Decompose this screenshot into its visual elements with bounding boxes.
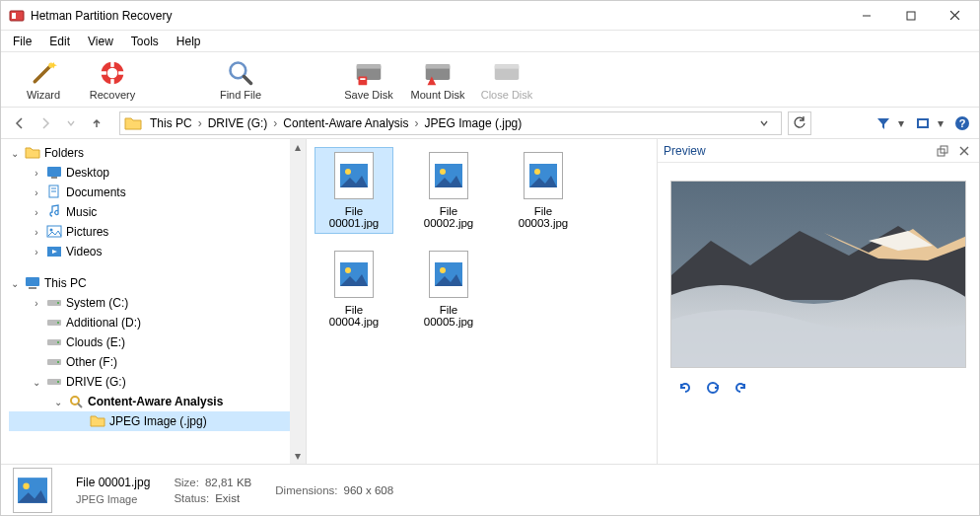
menu-tools[interactable]: Tools	[123, 33, 167, 50]
file-item[interactable]: File 00003.jpg	[504, 147, 583, 234]
expand-icon[interactable]: ›	[31, 207, 42, 218]
recovery-button[interactable]: Recovery	[78, 53, 147, 107]
svg-rect-17	[357, 64, 382, 68]
rotate-right-button[interactable]	[733, 380, 748, 396]
tree-jpeg[interactable]: JPEG Image (.jpg)	[9, 411, 306, 431]
music-icon	[46, 204, 62, 220]
status-bar: File 00001.jpg JPEG Image Size:82,81 KB …	[1, 464, 979, 515]
wizard-button[interactable]: Wizard	[9, 53, 78, 107]
nav-history-button[interactable]	[60, 112, 82, 134]
svg-point-59	[440, 267, 446, 273]
menu-edit[interactable]: Edit	[41, 33, 78, 50]
wand-icon	[30, 59, 57, 87]
menu-view[interactable]: View	[80, 33, 121, 50]
tree-music[interactable]: ›Music	[9, 202, 306, 222]
nav-forward-button	[35, 112, 56, 134]
scroll-down-icon[interactable]: ▾	[290, 448, 306, 464]
find-file-button[interactable]: Find File	[206, 53, 275, 107]
svg-line-49	[78, 404, 82, 407]
tree-drive-e[interactable]: Clouds (E:)	[9, 332, 306, 352]
maximize-button[interactable]	[888, 1, 933, 30]
svg-point-57	[345, 267, 351, 273]
status-dim-label: Dimensions:	[275, 484, 337, 496]
svg-point-45	[57, 361, 59, 363]
status-filename: File 00001.jpg	[76, 476, 150, 489]
chevron-right-icon: ›	[413, 116, 421, 130]
collapse-icon[interactable]: ⌄	[9, 148, 21, 159]
tree-desktop[interactable]: ›Desktop	[9, 163, 306, 183]
folder-icon	[90, 413, 105, 429]
preview-image	[670, 181, 966, 368]
save-disk-button[interactable]: Save Disk	[334, 53, 403, 107]
file-item[interactable]: File 00005.jpg	[409, 246, 488, 332]
address-dropdown[interactable]	[759, 118, 777, 128]
svg-rect-28	[47, 167, 61, 177]
view-dropdown[interactable]: ▾	[938, 116, 947, 130]
svg-point-43	[57, 341, 59, 343]
collapse-icon[interactable]: ⌄	[9, 278, 21, 289]
svg-line-15	[245, 76, 251, 83]
expand-icon[interactable]: ›	[31, 227, 42, 238]
file-list: File 00001.jpg File 00002.jpg File 00003…	[307, 139, 657, 464]
crumb-jpeg[interactable]: JPEG Image (.jpg)	[421, 116, 526, 130]
svg-rect-36	[26, 277, 39, 286]
svg-point-34	[50, 229, 53, 232]
expand-icon[interactable]: ›	[31, 247, 42, 258]
file-item[interactable]: File 00002.jpg	[409, 147, 488, 234]
rotate-left-button[interactable]	[677, 380, 693, 396]
tree-videos[interactable]: ›Videos	[9, 242, 306, 261]
svg-rect-37	[29, 287, 36, 289]
expand-icon[interactable]: ›	[31, 298, 42, 309]
status-dim-value: 960 x 608	[344, 484, 394, 496]
status-file-icon	[13, 468, 52, 513]
filter-button[interactable]	[875, 114, 892, 132]
tree-content-aware[interactable]: ⌄Content-Aware Analysis	[9, 392, 306, 411]
tree-thispc[interactable]: ⌄ This PC	[9, 273, 306, 293]
svg-point-48	[71, 397, 79, 405]
close-disk-icon	[493, 59, 521, 87]
minimize-button[interactable]	[844, 1, 888, 30]
mount-disk-icon	[424, 59, 452, 87]
tree-drive-g[interactable]: ⌄DRIVE (G:)	[9, 372, 306, 392]
menu-help[interactable]: Help	[169, 33, 209, 50]
filter-dropdown[interactable]: ▾	[898, 116, 908, 130]
crumb-drive[interactable]: DRIVE (G:)	[204, 116, 272, 130]
preview-close-button[interactable]	[955, 142, 973, 160]
file-item[interactable]: File 00001.jpg	[315, 147, 393, 234]
tree-documents[interactable]: ›Documents	[9, 183, 306, 202]
tree-drive-c[interactable]: ›System (C:)	[9, 293, 306, 313]
crumb-thispc[interactable]: This PC	[146, 116, 196, 130]
image-file-icon	[429, 251, 468, 298]
refresh-button[interactable]	[788, 111, 811, 135]
file-item[interactable]: File 00004.jpg	[315, 246, 393, 332]
close-button[interactable]	[933, 1, 977, 30]
address-bar[interactable]: This PC › DRIVE (G:) › Content-Aware Ana…	[119, 111, 782, 135]
rotate-180-button[interactable]	[705, 380, 721, 396]
svg-point-41	[57, 322, 59, 324]
tree-drive-f[interactable]: Other (F:)	[9, 352, 306, 372]
menu-file[interactable]: File	[5, 33, 39, 50]
svg-rect-18	[359, 76, 368, 85]
tree-scrollbar[interactable]: ▴ ▾	[290, 139, 306, 464]
preview-header: Preview	[658, 139, 979, 163]
scroll-up-icon[interactable]: ▴	[290, 139, 306, 155]
tree-folders-root[interactable]: ⌄ Folders	[9, 143, 306, 163]
help-button[interactable]: ?	[953, 114, 971, 132]
tree-pictures[interactable]: ›Pictures	[9, 222, 306, 242]
status-status-label: Status:	[174, 492, 209, 504]
expand-icon[interactable]: ›	[31, 187, 42, 198]
drive-icon	[46, 334, 62, 350]
collapse-icon[interactable]: ⌄	[31, 377, 42, 388]
nav-back-button[interactable]	[9, 112, 31, 134]
tree-drive-d[interactable]: Additional (D:)	[9, 313, 306, 332]
svg-rect-19	[360, 78, 365, 80]
view-button[interactable]	[914, 114, 932, 132]
collapse-icon[interactable]: ⌄	[52, 397, 64, 407]
documents-icon	[46, 184, 62, 200]
chevron-right-icon: ›	[196, 116, 204, 130]
nav-up-button[interactable]	[86, 112, 107, 134]
crumb-analysis[interactable]: Content-Aware Analysis	[279, 116, 412, 130]
mount-disk-button[interactable]: Mount Disk	[403, 53, 472, 107]
expand-icon[interactable]: ›	[31, 168, 42, 179]
preview-popout-button[interactable]	[934, 142, 951, 160]
